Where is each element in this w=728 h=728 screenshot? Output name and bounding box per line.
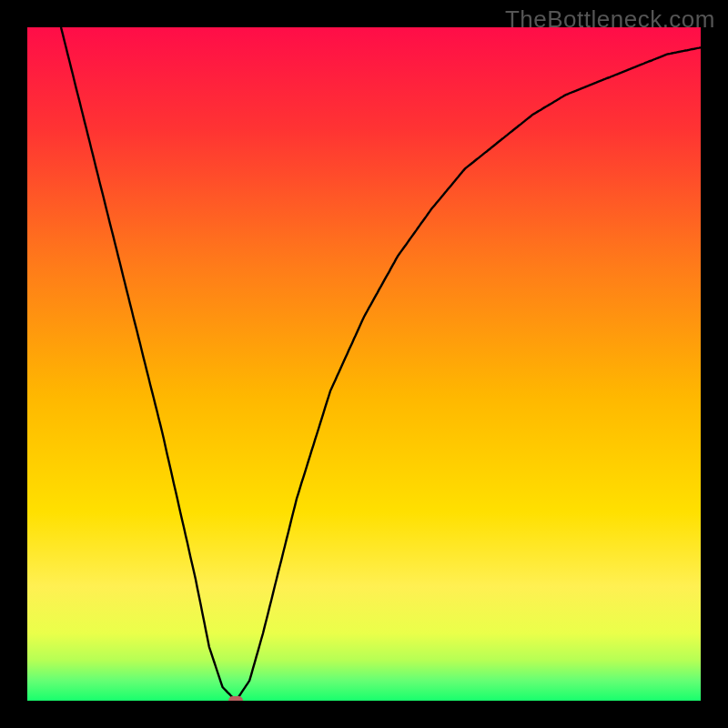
plot-area — [27, 27, 701, 701]
chart-svg — [27, 27, 701, 701]
chart-frame: TheBottleneck.com — [0, 0, 728, 728]
watermark: TheBottleneck.com — [505, 5, 715, 34]
minimum-marker — [228, 696, 243, 701]
gradient-background — [27, 27, 701, 701]
